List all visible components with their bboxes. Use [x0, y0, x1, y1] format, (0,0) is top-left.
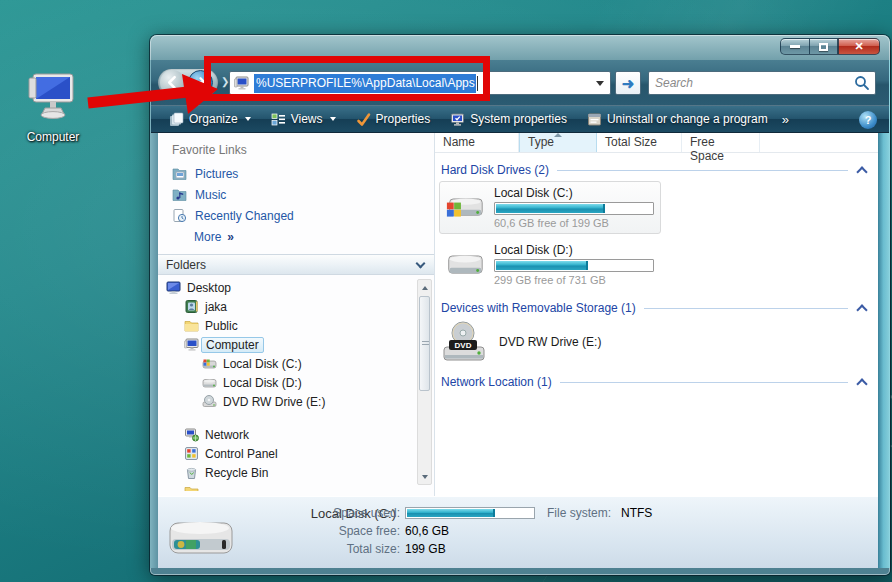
minimize-button[interactable] — [780, 38, 809, 55]
toolbar-overflow-button[interactable]: » — [776, 112, 795, 127]
group-header-removable: Devices with Removable Storage (1) — [441, 301, 872, 315]
more-links-button[interactable]: More » — [158, 226, 434, 248]
tree-item-label: jaka — [205, 300, 227, 314]
folder-icon — [184, 318, 199, 333]
user-folder-icon — [184, 299, 199, 314]
system-properties-button[interactable]: System properties — [442, 109, 575, 130]
window-border-right — [878, 60, 890, 568]
control-panel-icon — [184, 446, 199, 461]
details-pane: Local Disk (C:) Space used: File system:… — [158, 496, 878, 568]
address-dropdown-button[interactable] — [592, 73, 608, 93]
back-button[interactable] — [160, 70, 185, 95]
tree-item-control-panel[interactable]: Control Panel — [158, 444, 434, 463]
desktop-icon-label: Computer — [10, 130, 96, 144]
tree-item-dvd-drive[interactable]: DVD RW Drive (E:) — [158, 392, 434, 411]
drive-free-caption: 299 GB free of 731 GB — [494, 274, 654, 286]
views-button[interactable]: Views — [263, 109, 344, 130]
desktop-icon — [166, 280, 181, 295]
search-input[interactable] — [649, 76, 852, 90]
desktop-icon-computer[interactable]: Computer — [10, 70, 96, 144]
total-size-label: Total size: — [244, 542, 400, 556]
drive-item-d[interactable]: Local Disk (D:) 299 GB free of 731 GB — [439, 238, 661, 291]
computer-icon — [184, 337, 199, 352]
tree-item-computer[interactable]: Computer — [158, 335, 434, 354]
tree-scrollbar[interactable] — [417, 279, 432, 485]
collapse-chevron-icon[interactable] — [856, 378, 867, 389]
scroll-up-button[interactable] — [418, 280, 431, 295]
computer-icon — [27, 70, 79, 122]
favorite-link-pictures[interactable]: Pictures — [158, 163, 434, 184]
computer-icon — [234, 75, 250, 91]
group-rule — [557, 170, 848, 171]
column-type[interactable]: Type — [519, 133, 597, 152]
space-used-bar-fill — [407, 509, 495, 517]
column-free-space[interactable]: Free Space — [682, 133, 760, 152]
dvd-drive-icon: DVD — [441, 319, 487, 365]
system-properties-label: System properties — [470, 112, 567, 126]
folders-title: Folders — [166, 258, 206, 272]
column-total-size[interactable]: Total Size — [597, 133, 682, 152]
dvd-drive-item[interactable]: DVD DVD RW Drive (E:) — [441, 319, 878, 365]
favorite-link-recently-changed[interactable]: Recently Changed — [158, 205, 434, 226]
go-arrow-icon: ➜ — [622, 76, 635, 91]
tree-item-public[interactable]: Public — [158, 316, 434, 335]
title-bar[interactable]: ✕ — [150, 35, 890, 60]
chevron-down-icon — [596, 81, 604, 86]
tree-item-local-disk-d[interactable]: Local Disk (D:) — [158, 373, 434, 392]
maximize-button[interactable] — [809, 38, 838, 55]
hard-disk-icon — [202, 375, 217, 390]
properties-button[interactable]: Properties — [348, 109, 439, 130]
column-name[interactable]: Name — [435, 133, 519, 152]
uninstall-button[interactable]: Uninstall or change a program — [579, 109, 776, 130]
go-button[interactable]: ➜ — [615, 71, 641, 95]
recently-changed-icon — [172, 208, 187, 223]
scrollbar-thumb[interactable] — [419, 296, 430, 391]
hard-disk-icon — [202, 356, 217, 371]
address-bar[interactable]: %USERPROFILE%\AppData\Local\Apps — [229, 71, 611, 95]
space-free-label: Space free: — [244, 524, 400, 538]
music-folder-icon — [172, 187, 187, 202]
scroll-down-button[interactable] — [418, 469, 431, 484]
drive-name: Local Disk (D:) — [494, 243, 654, 257]
tree-item-desktop[interactable]: Desktop — [158, 278, 434, 297]
favorite-link-music[interactable]: Music — [158, 184, 434, 205]
tree-item-network[interactable]: Network — [158, 425, 434, 444]
tree-item-label: Local Disk (D:) — [223, 376, 302, 390]
chevron-down-icon — [416, 258, 426, 268]
total-size-value: 199 GB — [405, 542, 446, 556]
search-box[interactable] — [648, 71, 876, 95]
collapse-chevron-icon[interactable] — [856, 166, 867, 177]
triangle-up-icon — [422, 286, 428, 290]
collapse-chevron-icon[interactable] — [856, 304, 867, 315]
explorer-window: ✕ ❯ %USERPROFILE%\AppData\Local\Apps — [150, 35, 890, 575]
folders-band[interactable]: Folders — [158, 254, 434, 275]
tree-item-label: DVD RW Drive (E:) — [223, 395, 325, 409]
space-free-value: 60,6 GB — [405, 524, 449, 538]
capacity-bar — [494, 202, 654, 215]
folder-tree: Desktop jaka — [158, 275, 434, 491]
tree-item-recycle-bin[interactable]: Recycle Bin — [158, 463, 434, 482]
tree-item-user-jaka[interactable]: jaka — [158, 297, 434, 316]
group-title: Hard Disk Drives (2) — [441, 163, 549, 177]
drive-free-caption: 60,6 GB free of 199 GB — [494, 217, 654, 229]
file-list-pane: Name Type Total Size Free Space Hard Dis… — [435, 133, 878, 496]
favorite-link-label: Recently Changed — [195, 209, 294, 223]
file-system-value: NTFS — [621, 506, 652, 520]
program-box-icon — [587, 112, 602, 127]
help-button[interactable]: ? — [859, 111, 877, 129]
tree-item-local-disk-c[interactable]: Local Disk (C:) — [158, 354, 434, 373]
forward-button[interactable] — [188, 70, 213, 95]
search-icon[interactable] — [852, 73, 872, 93]
organize-button[interactable]: Organize — [161, 109, 259, 130]
close-button[interactable]: ✕ — [838, 38, 880, 55]
nav-button-group — [158, 69, 218, 96]
organize-icon — [169, 112, 184, 127]
tree-item-clipped[interactable] — [158, 482, 434, 491]
tree-item-label: Recycle Bin — [205, 466, 268, 480]
chevron-down-icon — [245, 117, 251, 121]
navigation-pane: Favorite Links Pictures Music — [158, 133, 435, 496]
address-input-selected-text[interactable]: %USERPROFILE%\AppData\Local\Apps — [254, 74, 476, 93]
drive-item-c[interactable]: Local Disk (C:) 60,6 GB free of 199 GB — [439, 181, 661, 234]
help-icon: ? — [865, 114, 872, 126]
close-icon: ✕ — [854, 40, 863, 53]
